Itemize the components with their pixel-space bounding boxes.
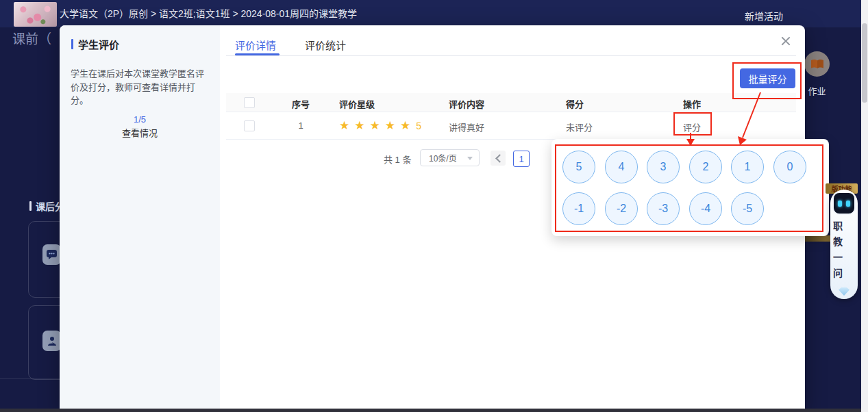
evaluation-progress: 1/5 bbox=[60, 114, 220, 125]
student-icon bbox=[42, 331, 61, 351]
score-option-button[interactable]: 2 bbox=[689, 151, 722, 183]
rating-value: 5 bbox=[416, 120, 421, 131]
star-icon bbox=[400, 121, 410, 131]
previous-page-button[interactable] bbox=[491, 151, 506, 166]
score-option-button[interactable]: -5 bbox=[731, 192, 764, 225]
robot-icon bbox=[832, 192, 856, 215]
score-action-link[interactable]: 评分 bbox=[683, 120, 701, 133]
page: 大学语文（2P）原创 > 语文2班;语文1班 > 2024-08-01周四的课堂… bbox=[0, 0, 868, 412]
robot-eye bbox=[846, 201, 850, 207]
scrollbar-track[interactable] bbox=[861, 0, 868, 412]
star-icon bbox=[339, 121, 349, 131]
score-option-button[interactable]: -3 bbox=[647, 192, 680, 225]
view-status-link[interactable]: 查看情况 bbox=[60, 126, 220, 139]
score-option-button[interactable]: 5 bbox=[562, 151, 595, 183]
header-index: 序号 bbox=[286, 97, 316, 110]
new-activity-button[interactable]: 新增活动 bbox=[745, 9, 783, 23]
panel-title-text: 学生评价 bbox=[78, 37, 119, 51]
row-rating-stars: 5 bbox=[339, 120, 421, 131]
star-icon bbox=[370, 121, 380, 131]
batch-score-button[interactable]: 批量评分 bbox=[740, 68, 795, 88]
page-size-value: 10条/页 bbox=[429, 152, 457, 164]
score-option-button[interactable]: 1 bbox=[731, 151, 764, 183]
panel-description: 学生在课后对本次课堂教学匿名评价及打分，教师可查看详情并打分。 bbox=[71, 67, 210, 107]
breadcrumb: 大学语文（2P）原创 > 语文2班;语文1班 > 2024-08-01周四的课堂… bbox=[60, 0, 357, 27]
row-score: 未评分 bbox=[566, 120, 593, 133]
row-content: 讲得真好 bbox=[449, 120, 484, 133]
chevron-down-icon bbox=[467, 157, 473, 160]
tab-evaluation-statistics[interactable]: 评价统计 bbox=[305, 38, 346, 52]
table-header-row: 序号 评价星级 评价内容 得分 操作 bbox=[226, 93, 796, 112]
score-option-button[interactable]: -1 bbox=[562, 192, 595, 225]
scrollbar-thumb[interactable] bbox=[862, 23, 867, 103]
stage-label: 课前（ bbox=[12, 29, 51, 47]
top-navigation-bar: 大学语文（2P）原创 > 语文2班;语文1班 > 2024-08-01周四的课堂… bbox=[0, 0, 868, 27]
tab-evaluation-details[interactable]: 评价详情 bbox=[235, 38, 276, 52]
current-page-button[interactable]: 1 bbox=[513, 151, 530, 167]
panel-title-bar bbox=[71, 39, 73, 49]
window-bottom-edge bbox=[0, 409, 868, 412]
homework-icon[interactable] bbox=[804, 51, 830, 77]
row-checkbox[interactable] bbox=[244, 120, 255, 131]
discussion-icon bbox=[42, 244, 61, 265]
score-option-button[interactable]: 4 bbox=[605, 151, 638, 183]
assistant-label: 职教一问 bbox=[830, 218, 858, 287]
section-title-bar bbox=[29, 201, 32, 211]
background-divider bbox=[0, 378, 60, 379]
course-thumbnail-image bbox=[14, 2, 57, 27]
gem-icon bbox=[839, 287, 850, 296]
header-rating: 评价星级 bbox=[339, 97, 375, 110]
page-size-select[interactable]: 10条/页 bbox=[420, 149, 480, 166]
header-action: 操作 bbox=[683, 97, 701, 110]
assistant-widget[interactable]: 职教一问 bbox=[830, 190, 858, 299]
score-option-button[interactable]: 3 bbox=[647, 151, 680, 183]
panel-title: 学生评价 bbox=[71, 37, 119, 51]
table-row: 1 5 讲得真好 未评分 评分 bbox=[226, 112, 796, 140]
score-selection-popup: 5 4 3 2 1 0 -1 -2 -3 -4 -5 bbox=[551, 139, 829, 236]
robot-eye bbox=[838, 201, 842, 207]
star-icon bbox=[385, 121, 395, 131]
row-index: 1 bbox=[286, 120, 316, 131]
evaluation-side-panel: 学生评价 学生在课后对本次课堂教学匿名评价及打分，教师可查看详情并打分。 1/5… bbox=[60, 25, 220, 412]
score-option-button[interactable]: 0 bbox=[773, 151, 806, 183]
header-content: 评价内容 bbox=[449, 97, 484, 110]
close-icon[interactable] bbox=[780, 35, 792, 47]
header-score: 得分 bbox=[566, 97, 584, 110]
homework-label: 作业 bbox=[804, 84, 830, 97]
select-all-checkbox[interactable] bbox=[244, 97, 255, 108]
pagination-total: 共 1 条 bbox=[384, 153, 411, 166]
tab-divider bbox=[226, 55, 796, 56]
score-option-button[interactable]: -4 bbox=[689, 192, 722, 225]
score-option-button[interactable]: -2 bbox=[605, 192, 638, 225]
star-icon bbox=[354, 121, 364, 131]
